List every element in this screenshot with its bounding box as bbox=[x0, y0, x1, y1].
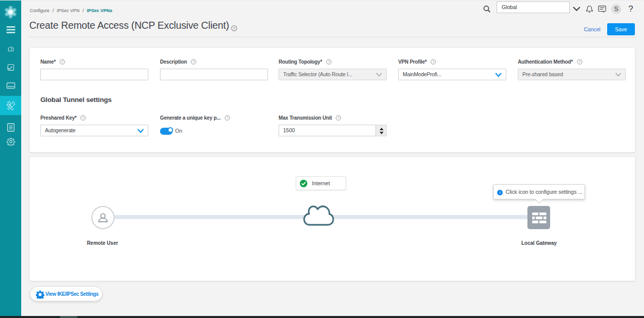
svg-text:?: ? bbox=[62, 60, 64, 64]
svg-text:?: ? bbox=[433, 60, 435, 64]
svg-text:?: ? bbox=[193, 60, 195, 64]
svg-text:?: ? bbox=[226, 116, 228, 120]
svg-text:?: ? bbox=[338, 116, 340, 120]
svg-text:?: ? bbox=[328, 60, 330, 64]
svg-text:i: i bbox=[499, 190, 500, 195]
svg-text:?: ? bbox=[578, 60, 580, 64]
svg-text:?: ? bbox=[82, 116, 84, 120]
svg-text:?: ? bbox=[233, 26, 236, 31]
